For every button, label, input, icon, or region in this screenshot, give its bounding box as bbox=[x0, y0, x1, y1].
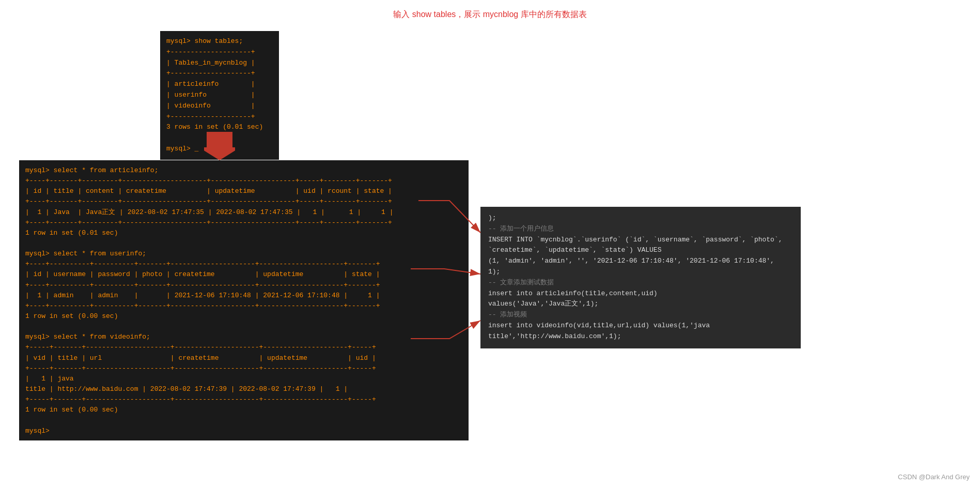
userinfo-header: | id | username | password | photo | cre… bbox=[25, 269, 462, 280]
right-code-box: ); -- 添加一个用户信息 INSERT INTO `mycnblog`.`u… bbox=[480, 207, 801, 348]
term-line: | userinfo | bbox=[166, 90, 273, 101]
top-annotation: 输入 show tables，展示 mycnblog 库中的所有数据表 bbox=[393, 9, 586, 20]
articleinfo-sep1: +----+-------+---------+----------------… bbox=[25, 176, 462, 186]
code-comment-1: -- 添加一个用户信息 bbox=[488, 224, 793, 235]
term-separator: +--------------------+ bbox=[166, 68, 273, 79]
userinfo-sep2: +----+----------+----------+-------+----… bbox=[25, 280, 462, 291]
articleinfo-query: mysql> select * from articleinfo; bbox=[25, 165, 462, 176]
userinfo-rowcount: 1 row in set (0.00 sec) bbox=[25, 311, 462, 322]
videoinfo-row1a: | 1 | java bbox=[25, 374, 462, 384]
arrow-down-icon bbox=[204, 132, 235, 160]
code-line-3: `createtime`, `updatetime`, `state`) VAL… bbox=[488, 245, 793, 256]
articleinfo-sep3: +----+-------+---------+----------------… bbox=[25, 218, 462, 228]
videoinfo-rowcount: 1 row in set (0.00 sec) bbox=[25, 405, 462, 415]
blank2 bbox=[25, 322, 462, 332]
code-line-5: 1); bbox=[488, 267, 793, 278]
code-line-1: ); bbox=[488, 213, 793, 224]
code-line-2: INSERT INTO `mycnblog`.`userinfo` (`id`,… bbox=[488, 235, 793, 246]
term-separator: +--------------------+ bbox=[166, 112, 273, 123]
videoinfo-sep2: +-----+-------+---------------------+---… bbox=[25, 363, 462, 374]
articleinfo-rowcount: 1 row in set (0.01 sec) bbox=[25, 228, 462, 238]
term-header: | Tables_in_mycnblog | bbox=[166, 58, 273, 69]
term-line: | videoinfo | bbox=[166, 101, 273, 112]
userinfo-sep1: +----+----------+----------+-------+----… bbox=[25, 259, 462, 269]
videoinfo-header: | vid | title | url | createtime | updat… bbox=[25, 353, 462, 363]
videoinfo-sep1: +-----+-------+---------------------+---… bbox=[25, 342, 462, 353]
articleinfo-row1: | 1 | Java | Java正文 | 2022-08-02 17:47:3… bbox=[25, 207, 462, 218]
videoinfo-query: mysql> select * from videoinfo; bbox=[25, 332, 462, 342]
term-separator: +--------------------+ bbox=[166, 47, 273, 58]
code-line-9: title','http://www.baidu.com',1); bbox=[488, 331, 793, 342]
blank3 bbox=[25, 415, 462, 425]
term-line: mysql> show tables; bbox=[166, 36, 273, 47]
videoinfo-row1b: title | http://www.baidu.com | 2022-08-0… bbox=[25, 384, 462, 394]
userinfo-sep3: +----+----------+----------+-------+----… bbox=[25, 301, 462, 311]
code-line-4: (1, 'admin', 'admin', '', '2021-12-06 17… bbox=[488, 256, 793, 267]
svg-marker-0 bbox=[204, 132, 235, 160]
term-line: | articleinfo | bbox=[166, 79, 273, 90]
code-line-7: values('Java','Java正文',1); bbox=[488, 299, 793, 310]
code-line-8: insert into videoinfo(vid,title,url,uid)… bbox=[488, 321, 793, 331]
code-comment-2: -- 文章添加测试数据 bbox=[488, 278, 793, 288]
userinfo-row1: | 1 | admin | admin | | 2021-12-06 17:10… bbox=[25, 291, 462, 301]
articleinfo-sep2: +----+-------+---------+----------------… bbox=[25, 196, 462, 207]
articleinfo-header: | id | title | content | createtime | up… bbox=[25, 186, 462, 196]
userinfo-query: mysql> select * from userinfo; bbox=[25, 249, 462, 259]
mysql-prompt: mysql> bbox=[25, 426, 462, 436]
videoinfo-sep3: +-----+-------+---------------------+---… bbox=[25, 394, 462, 405]
code-line-6: insert into articleinfo(title,content,ui… bbox=[488, 288, 793, 299]
code-comment-3: -- 添加视频 bbox=[488, 310, 793, 321]
blank1 bbox=[25, 238, 462, 249]
main-terminal: mysql> select * from articleinfo; +----+… bbox=[19, 160, 469, 440]
watermark: CSDN @Dark And Grey bbox=[898, 473, 970, 481]
